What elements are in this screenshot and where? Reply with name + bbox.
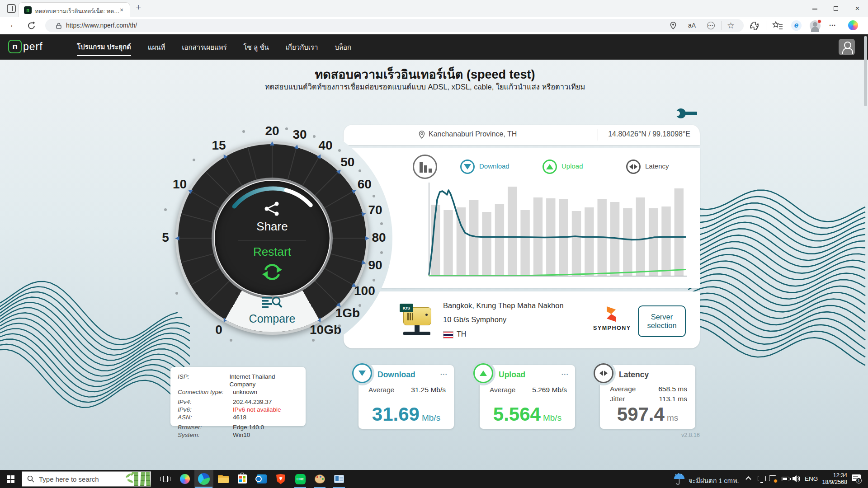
tab-close-icon[interactable]: ×	[120, 6, 123, 14]
upload-average-label: Average	[490, 386, 515, 394]
gauge-progress-arc	[215, 181, 331, 297]
server-selection-button[interactable]: Server selection	[638, 305, 686, 337]
nperf-logo-n: n	[8, 40, 22, 53]
scrollbar-thumb[interactable]	[864, 36, 867, 106]
browser-toolbar: ← https://www.nperf.com/th/ aA ••• ☆ e ·…	[0, 17, 868, 34]
favorite-star-icon[interactable]: ☆	[727, 20, 735, 31]
taskbar-line-icon[interactable]: LINE	[291, 470, 310, 488]
tray-clock[interactable]: 12:34 18/9/2568	[819, 472, 847, 486]
refresh-icon[interactable]	[27, 21, 36, 30]
back-button[interactable]: ←	[9, 20, 18, 30]
pill-divider	[721, 21, 722, 30]
search-icon	[27, 475, 34, 483]
tray-expand-icon[interactable]	[745, 476, 751, 482]
favorites-bar-icon[interactable]	[772, 21, 783, 31]
nav-item-publications[interactable]: เอกสารเผยแพร่	[182, 38, 226, 56]
maximize-button[interactable]	[826, 0, 847, 17]
nav-item-blog[interactable]: บล็อก	[335, 38, 351, 56]
gauge-dot	[380, 251, 383, 254]
browser-tab[interactable]: n ทดสอบความเร็วอินเทอร์เน็ต: ทดสอบกา ×	[18, 2, 130, 17]
close-button[interactable]: ×	[847, 0, 868, 17]
isp-info-panel: ISP:Internet Thailand Company Connection…	[170, 367, 306, 426]
ie-mode-icon[interactable]: e	[791, 20, 802, 31]
settings-menu-icon[interactable]: ···	[829, 21, 836, 29]
tray-time: 12:34	[819, 472, 847, 479]
taskbar-store-icon[interactable]	[233, 470, 252, 488]
live-chart-panel: Download Upload Latency	[344, 148, 700, 288]
minimize-button[interactable]	[804, 0, 826, 17]
tray-notification-dot	[774, 479, 778, 483]
gauge-dot	[338, 149, 341, 152]
tray-date: 18/9/2568	[819, 479, 847, 486]
new-tab-button[interactable]: +	[136, 2, 141, 13]
provider-logo: SYMPHONY	[593, 306, 629, 331]
upload-menu-button[interactable]: ...	[561, 369, 569, 377]
upload-value: 5.564	[493, 404, 541, 425]
nav-item-apps[interactable]: โปรแกรม ประยุกต์	[77, 38, 131, 56]
download-icon	[352, 363, 372, 383]
nperf-logo-text: perf	[23, 41, 43, 53]
taskbar-paint-icon[interactable]	[310, 470, 329, 488]
account-button[interactable]	[839, 39, 855, 55]
browser-tab-strip: n ทดสอบความเร็วอินเทอร์เน็ต: ทดสอบกา × +…	[0, 0, 868, 17]
settings-wrench-icon[interactable]	[675, 108, 698, 119]
download-menu-button[interactable]: ...	[440, 369, 448, 377]
copilot-icon[interactable]	[848, 20, 858, 30]
latency-legend-icon[interactable]	[626, 160, 641, 174]
tray-display-icon[interactable]	[758, 476, 766, 481]
gauge-dot	[359, 304, 361, 307]
latency-legend-label[interactable]: Latency	[645, 162, 669, 170]
connection-type-label: Connection type:	[178, 388, 233, 396]
latency-result-card: Latency Average 658.5 ms Jitter 113.1 ms…	[600, 365, 695, 429]
tray-battery-icon[interactable]	[782, 477, 789, 481]
compare-icon	[262, 296, 283, 310]
weather-text[interactable]: จะมีฝนตก 1 cmพ.	[689, 475, 739, 486]
upload-legend-label[interactable]: Upload	[561, 162, 583, 170]
location-permission-icon[interactable]	[670, 22, 676, 29]
live-chart-svg	[425, 183, 687, 277]
browser-value: Edge 140.0	[233, 423, 264, 431]
taskbar: Type here to search	[0, 470, 868, 488]
nav-item-about[interactable]: เกี่ยวกับเรา	[286, 38, 318, 56]
extensions-icon[interactable]	[750, 21, 759, 31]
gauge-dot	[373, 279, 375, 282]
latency-value: 597.4	[617, 404, 665, 425]
weather-umbrella-icon[interactable]	[673, 473, 685, 485]
start-button[interactable]	[0, 470, 22, 488]
bamboo-decoration	[117, 472, 151, 487]
taskbar-edge-icon[interactable]	[194, 470, 213, 488]
taskbar-presentation-icon[interactable]	[330, 470, 349, 488]
language-indicator[interactable]: ENG	[805, 475, 818, 482]
url-text[interactable]: https://www.nperf.com/th/	[66, 22, 137, 29]
nav-item-map[interactable]: แผนที่	[148, 38, 165, 56]
tab-actions-icon[interactable]	[7, 4, 16, 13]
detected-location: Kanchanaburi Province, TH	[429, 130, 517, 138]
screen: n ทดสอบความเร็วอินเทอร์เน็ต: ทดสอบกา × +…	[0, 0, 868, 488]
task-view-button[interactable]	[156, 470, 175, 488]
nav-item-solutions[interactable]: โซ ลู ชั่น	[244, 38, 269, 56]
download-legend-label[interactable]: Download	[479, 162, 509, 170]
address-bar[interactable]: https://www.nperf.com/th/ aA ••• ☆	[45, 19, 744, 32]
gauge-scale-label: 15	[198, 138, 239, 153]
chart-type-icon[interactable]	[413, 155, 437, 179]
download-average-value: 31.25 Mb/s	[411, 386, 446, 394]
taskbar-copilot-icon[interactable]	[175, 470, 194, 488]
taskbar-brave-icon[interactable]	[271, 470, 290, 488]
location-divider	[598, 129, 598, 141]
live-chart	[425, 183, 687, 277]
upload-legend-icon[interactable]	[542, 160, 557, 174]
download-legend-icon[interactable]	[460, 160, 475, 174]
compare-button[interactable]: Compare	[238, 296, 306, 325]
search-input[interactable]: Type here to search	[22, 471, 151, 487]
reader-more-icon[interactable]: •••	[707, 22, 715, 29]
taskbar-file-explorer-icon[interactable]	[214, 470, 233, 488]
action-center-icon[interactable]: 1	[852, 474, 861, 481]
profile-avatar[interactable]	[810, 20, 821, 31]
connection-type-value: unknown	[233, 388, 257, 396]
location-bar: Kanchanaburi Province, TH 14.80426°N / 9…	[344, 125, 700, 145]
translate-icon[interactable]: aA	[688, 22, 696, 29]
gauge-dot	[193, 159, 195, 161]
taskbar-outlook-icon[interactable]	[252, 470, 271, 488]
nperf-logo[interactable]: n perf	[8, 40, 43, 53]
tray-volume-icon[interactable]	[793, 475, 801, 483]
